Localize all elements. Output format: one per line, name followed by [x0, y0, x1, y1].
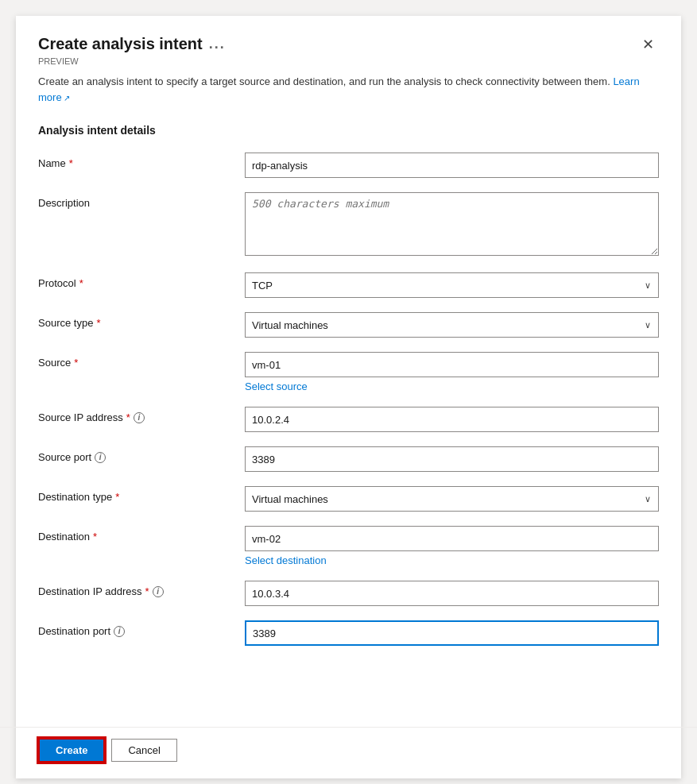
source-type-control-wrap: Virtual machines IP address Internet ∨	[245, 312, 659, 338]
protocol-required: *	[79, 277, 83, 289]
name-label: Name *	[38, 153, 245, 169]
destination-type-select[interactable]: Virtual machines IP address Internet	[245, 486, 659, 512]
destination-port-info-icon[interactable]: i	[114, 626, 125, 637]
source-port-field-row: Source port i	[38, 446, 659, 472]
cancel-button[interactable]: Cancel	[111, 739, 176, 762]
destination-port-field-row: Destination port i	[38, 620, 659, 646]
protocol-select-wrap: TCP UDP ICMP Any ∨	[245, 272, 659, 298]
close-icon: ✕	[642, 37, 654, 52]
create-button[interactable]: Create	[38, 738, 105, 763]
destination-ip-label: Destination IP address * i	[38, 581, 245, 597]
source-port-control-wrap	[245, 446, 659, 472]
panel-title-text: Create analysis intent	[38, 35, 203, 53]
destination-ip-required: *	[145, 585, 149, 597]
source-ip-control-wrap	[245, 407, 659, 432]
destination-type-field-row: Destination type * Virtual machines IP a…	[38, 486, 659, 512]
source-required: *	[74, 357, 78, 369]
source-type-select-wrap: Virtual machines IP address Internet ∨	[245, 312, 659, 338]
source-input[interactable]	[245, 352, 659, 377]
description-field-row: Description	[38, 192, 659, 258]
more-options-button[interactable]: ...	[209, 36, 226, 52]
protocol-select[interactable]: TCP UDP ICMP Any	[245, 272, 659, 298]
destination-type-required: *	[115, 491, 119, 503]
destination-field-row: Destination * Select destination	[38, 526, 659, 566]
footer-actions: Create Cancel	[38, 738, 177, 763]
description-label: Description	[38, 192, 245, 209]
name-required: *	[69, 157, 73, 169]
source-ip-label: Source IP address * i	[38, 407, 245, 423]
source-field-row: Source * Select source	[38, 352, 659, 392]
destination-port-label: Destination port i	[38, 620, 245, 637]
destination-type-label: Destination type *	[38, 486, 245, 503]
source-type-field-row: Source type * Virtual machines IP addres…	[38, 312, 659, 338]
description-control-wrap	[245, 192, 659, 258]
name-input[interactable]	[245, 153, 659, 178]
source-port-input[interactable]	[245, 446, 659, 472]
destination-control-wrap: Select destination	[245, 526, 659, 566]
source-label: Source *	[38, 352, 245, 369]
panel-description: Create an analysis intent to specify a t…	[38, 74, 659, 105]
section-title: Analysis intent details	[38, 124, 659, 137]
close-button[interactable]: ✕	[637, 36, 659, 53]
destination-port-input[interactable]	[245, 620, 659, 646]
source-ip-input[interactable]	[245, 407, 659, 432]
destination-type-select-wrap: Virtual machines IP address Internet ∨	[245, 486, 659, 512]
destination-port-control-wrap	[245, 620, 659, 646]
preview-label: PREVIEW	[38, 56, 659, 66]
destination-label: Destination *	[38, 526, 245, 543]
protocol-control-wrap: TCP UDP ICMP Any ∨	[245, 272, 659, 298]
source-ip-info-icon[interactable]: i	[134, 412, 145, 423]
select-destination-link[interactable]: Select destination	[245, 554, 659, 566]
source-port-info-icon[interactable]: i	[95, 452, 106, 463]
footer-divider	[0, 727, 697, 728]
protocol-field-row: Protocol * TCP UDP ICMP Any ∨	[38, 272, 659, 298]
destination-required: *	[93, 531, 97, 543]
destination-type-control-wrap: Virtual machines IP address Internet ∨	[245, 486, 659, 512]
select-source-link[interactable]: Select source	[245, 380, 659, 392]
source-control-wrap: Select source	[245, 352, 659, 392]
external-link-icon: ↗	[64, 94, 70, 102]
destination-ip-control-wrap	[245, 581, 659, 606]
source-ip-field-row: Source IP address * i	[38, 407, 659, 432]
destination-ip-input[interactable]	[245, 581, 659, 606]
destination-ip-info-icon[interactable]: i	[153, 586, 164, 597]
panel-header: Create analysis intent ... ✕	[38, 35, 659, 53]
source-ip-required: *	[126, 411, 130, 423]
create-analysis-intent-panel: Create analysis intent ... ✕ PREVIEW Cre…	[16, 16, 681, 778]
name-field-row: Name *	[38, 153, 659, 178]
source-port-label: Source port i	[38, 446, 245, 463]
destination-ip-field-row: Destination IP address * i	[38, 581, 659, 606]
description-textarea[interactable]	[245, 192, 659, 256]
source-type-label: Source type *	[38, 312, 245, 329]
description-text: Create an analysis intent to specify a t…	[38, 75, 610, 87]
name-control-wrap	[245, 153, 659, 178]
source-type-required: *	[96, 317, 100, 329]
destination-input[interactable]	[245, 526, 659, 551]
source-type-select[interactable]: Virtual machines IP address Internet	[245, 312, 659, 338]
protocol-label: Protocol *	[38, 272, 245, 289]
panel-title-group: Create analysis intent ...	[38, 35, 226, 53]
